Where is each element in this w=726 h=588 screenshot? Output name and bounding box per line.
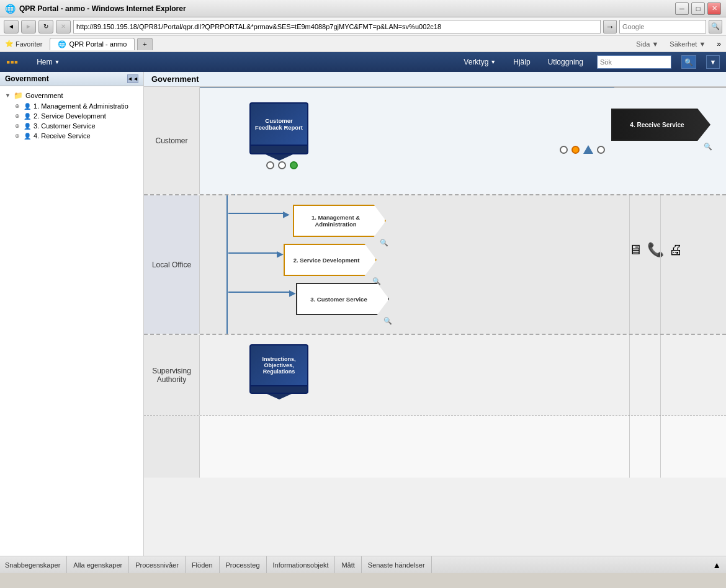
person-icon-service-dev: 👤 [24, 113, 31, 120]
receive-dot-2[interactable] [597, 146, 605, 154]
expand-icon-receive-service: ⊕ [15, 133, 21, 139]
diagram-container: Customer Customer Feedback Report [144, 87, 726, 556]
toolbar-search-input[interactable] [597, 55, 671, 69]
statusbar-item-4[interactable]: Processteg [220, 556, 267, 573]
supervising-lane-label: Supervising Authority [144, 335, 200, 415]
sidebar-header: Government ◄◄ [0, 72, 143, 86]
sidebar-item-customer-service[interactable]: ⊕ 👤 3. Customer Service [12, 121, 141, 131]
person-icon-customer-service: 👤 [24, 123, 31, 130]
service-development-shape[interactable]: 2. Service Development [284, 244, 377, 276]
browser-tab-active[interactable]: 🌐 QPR Portal - anmo [50, 38, 135, 50]
supervising-lane-content: Instructions, Objectives, Regulations [200, 335, 726, 415]
sidebar-tree-root[interactable]: ▼ 📁 Government [2, 90, 141, 101]
empty-lane [144, 416, 726, 478]
customer-lane-label: Customer [144, 87, 200, 194]
favorites-bar: ⭐ Favoriter 🌐 QPR Portal - anmo + Sida ▼… [0, 36, 726, 52]
expand-icon-mgmt: ⊕ [15, 103, 21, 109]
sidebar-content: ▼ 📁 Government ⊕ 👤 1. Management & Admin… [0, 86, 143, 145]
statusbar-item-2[interactable]: Processnivåer [129, 556, 186, 573]
go-button[interactable]: → [603, 20, 617, 33]
new-tab-button[interactable]: + [137, 38, 152, 50]
statusbar-item-1[interactable]: Alla egenskaper [67, 556, 129, 573]
forward-button[interactable]: ► [21, 20, 36, 33]
sidebar: Government ◄◄ ▼ 📁 Government ⊕ 👤 1. Mana… [0, 72, 144, 556]
icons-group: 🖥 📞 🖨 [629, 242, 683, 258]
expand-icon-customer-service: ⊕ [15, 123, 21, 129]
print-icon[interactable]: 🖨 [669, 242, 683, 258]
favorites-button[interactable]: ⭐ Favoriter [5, 40, 42, 48]
minimize-button[interactable]: ─ [675, 2, 689, 15]
customer-lane: Customer Customer Feedback Report [144, 87, 726, 195]
address-input[interactable] [73, 20, 601, 33]
customer-svc-search-icon[interactable]: 🔍 [383, 317, 392, 325]
statusbar-item-6[interactable]: Mått [335, 556, 361, 573]
toolbar-search-button[interactable]: 🔍 [681, 55, 696, 69]
statusbar-item-7[interactable]: Senaste händelser [362, 556, 432, 573]
statusbar-expand-button[interactable]: ▲ [712, 560, 721, 570]
window-controls: ─ □ ✕ [675, 2, 721, 15]
tree-expand-icon: ▼ [5, 92, 11, 99]
app-toolbar: ▪▪▪ Hem ▼ Verktyg ▼ Hjälp Utloggning 🔍 ▼ [0, 52, 726, 72]
help-menu-item[interactable]: Hjälp [509, 55, 534, 69]
customer-lane-content: Customer Feedback Report [200, 87, 726, 194]
local-office-lane-label: Local Office [144, 195, 200, 334]
customer-service-shape[interactable]: 3. Customer Service [296, 283, 389, 315]
cfr-connectors [266, 161, 298, 169]
person-icon-receive-service: 👤 [24, 133, 31, 140]
receive-dot-1[interactable] [560, 146, 568, 154]
connector-dot-filled[interactable] [290, 161, 298, 169]
window-icon: 🌐 [5, 4, 16, 14]
sidebar-item-service-dev[interactable]: ⊕ 👤 2. Service Development [12, 111, 141, 121]
phone-icon[interactable]: 📞 [647, 242, 664, 258]
instructions-shape[interactable]: Instructions, Objectives, Regulations [249, 344, 308, 399]
statusbar-item-0[interactable]: Snabbegenskaper [5, 556, 67, 573]
stop-button[interactable]: ✕ [56, 20, 71, 33]
statusbar: Snabbegenskaper Alla egenskaper Processn… [0, 556, 726, 573]
content-header: Government [144, 72, 726, 87]
app-logo: ▪▪▪ [6, 56, 18, 69]
receive-dot-orange[interactable] [571, 146, 580, 154]
statusbar-item-3[interactable]: Flöden [186, 556, 220, 573]
toolbar-expand-button[interactable]: ▼ [706, 55, 720, 69]
connector-dot-2[interactable] [278, 161, 286, 169]
address-bar: ◄ ► ↻ ✕ → 🔍 [0, 17, 726, 36]
sidebar-item-receive-service[interactable]: ⊕ 👤 4. Receive Service [12, 131, 141, 141]
close-button[interactable]: ✕ [707, 2, 721, 15]
receive-search-icon[interactable]: 🔍 [704, 143, 712, 151]
receive-triangle [583, 145, 593, 154]
customer-feedback-report-shape[interactable]: Customer Feedback Report [249, 102, 308, 161]
mgmt-search-icon[interactable]: 🔍 [380, 239, 388, 247]
folder-icon: 📁 [14, 91, 23, 100]
sidebar-collapse-button[interactable]: ◄◄ [127, 74, 138, 83]
home-menu-item[interactable]: Hem ▼ [33, 55, 63, 69]
search-input[interactable] [619, 20, 706, 33]
sidebar-item-mgmt[interactable]: ⊕ 👤 1. Management & Administratio [12, 101, 141, 111]
window-title: QPR Portal - anmo - Windows Internet Exp… [19, 4, 671, 13]
expand-icon-service-dev: ⊕ [15, 113, 21, 119]
window-titlebar: 🌐 QPR Portal - anmo - Windows Internet E… [0, 0, 726, 17]
back-button[interactable]: ◄ [4, 20, 19, 33]
maximize-button[interactable]: □ [691, 2, 705, 15]
person-icon-mgmt: 👤 [24, 103, 31, 110]
network-icon[interactable]: 🖥 [629, 242, 642, 258]
local-office-lane: Local Office ▶ 1. Management & Administr… [144, 195, 726, 335]
statusbar-item-5[interactable]: Informationsobjekt [267, 556, 336, 573]
receive-connectors [560, 146, 605, 154]
refresh-button[interactable]: ↻ [38, 20, 53, 33]
main-layout: Government ◄◄ ▼ 📁 Government ⊕ 👤 1. Mana… [0, 72, 726, 556]
management-shape[interactable]: 1. Management & Administration [293, 205, 386, 237]
logout-menu-item[interactable]: Utloggning [544, 55, 587, 69]
local-office-lane-content: ▶ 1. Management & Administration 🔍 ▶ [200, 195, 726, 334]
receive-service-shape[interactable]: 4. Receive Service [611, 109, 710, 141]
supervising-lane: Supervising Authority Instructions, Obje… [144, 335, 726, 416]
sidebar-tree-children: ⊕ 👤 1. Management & Administratio ⊕ 👤 2.… [2, 101, 141, 141]
content-area: Government [144, 72, 726, 556]
tab-bar: 🌐 QPR Portal - anmo + [47, 38, 155, 50]
connector-dot-1[interactable] [266, 161, 274, 169]
search-go-button[interactable]: 🔍 [709, 20, 722, 33]
tools-menu-item[interactable]: Verktyg ▼ [460, 55, 500, 69]
